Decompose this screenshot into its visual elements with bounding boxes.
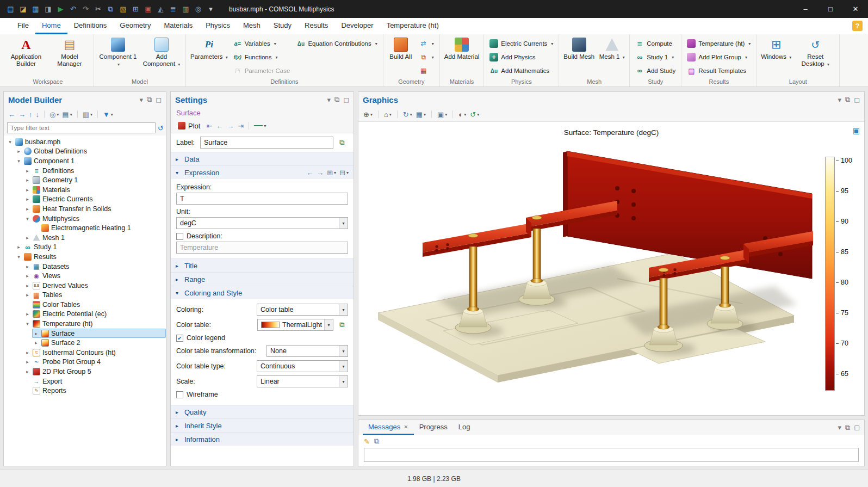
build-mesh-button[interactable]: Build Mesh <box>562 35 596 61</box>
tab-progress[interactable]: Progress <box>414 420 453 435</box>
new-file-icon[interactable]: ▤ <box>4 3 17 15</box>
delete-icon[interactable]: ▣ <box>142 3 154 15</box>
tree-item-reports[interactable]: Reports <box>4 386 166 396</box>
collapse-all-icon[interactable]: ▤▾ <box>62 110 72 119</box>
tree-item-mesh-1[interactable]: ▸Mesh 1 <box>4 233 166 243</box>
ribbon-tab-developer[interactable]: Developer <box>334 18 380 34</box>
expand-icon[interactable]: ▸ <box>33 340 39 346</box>
electric-currents-select[interactable]: Electric Currents▾ <box>487 37 556 50</box>
coloring-select[interactable]: Color table ▾ <box>257 304 348 316</box>
panel-menu-icon[interactable]: ▾ <box>139 96 143 104</box>
clear-messages-icon[interactable]: ✎ <box>364 437 370 446</box>
tree-item-derived-values[interactable]: ▸Derived Values <box>4 281 166 291</box>
section-inherit-style[interactable]: Inherit Style <box>171 418 354 432</box>
panel-float-icon[interactable]: ⧉ <box>147 95 152 104</box>
filter-input[interactable] <box>7 122 156 133</box>
tree-item-multiphysics[interactable]: ▾Multiphysics <box>4 214 166 224</box>
ribbon-tab-file[interactable]: File <box>11 18 35 34</box>
ribbon-tab-mesh[interactable]: Mesh <box>237 18 267 34</box>
tree-item-busbar-mph[interactable]: ▾busbar.mph <box>4 137 166 147</box>
close-button[interactable]: ✕ <box>843 0 868 18</box>
expand-icon[interactable]: ▾ <box>16 158 22 164</box>
plot-last-icon[interactable]: ⇥ <box>238 122 244 130</box>
default-view-icon[interactable]: ⌂▾ <box>384 110 392 119</box>
geometry-import-button[interactable]: ▾ <box>417 37 437 50</box>
section-expression[interactable]: Expression ←→⊞▾⊟▾ <box>171 165 354 179</box>
insert-expression-icon[interactable]: ⊞▾ <box>327 169 336 177</box>
image-export-icon[interactable]: ▣▾ <box>437 110 447 119</box>
color-table-type-select[interactable]: Continuous ▾ <box>257 360 348 372</box>
mesh-1-button[interactable]: Mesh 1 ▾ <box>597 35 627 61</box>
component-1-button[interactable]: Component 1 ▾ <box>97 35 139 68</box>
apply-filter-icon[interactable]: ↺ <box>158 124 164 132</box>
tree-item-electromagnetic-heating-1[interactable]: Electromagnetic Heating 1 <box>4 223 166 233</box>
study-1-button[interactable]: Study 1▾ <box>633 51 678 64</box>
tree-item-materials[interactable]: ▸Materials <box>4 185 166 195</box>
zoom-extents-icon[interactable]: ◎ <box>192 3 204 15</box>
tab-log[interactable]: Log <box>453 420 476 435</box>
show-icon[interactable]: ◎▾ <box>49 110 59 119</box>
ribbon-tab-results[interactable]: Results <box>298 18 334 34</box>
filter-icon[interactable]: ▼▾ <box>103 110 113 119</box>
expand-icon[interactable]: ▸ <box>24 187 30 193</box>
application-builder-button[interactable]: Application Builder <box>5 35 47 68</box>
ribbon-tab-geometry[interactable]: Geometry <box>113 18 157 34</box>
ribbon-tab-definitions[interactable]: Definitions <box>67 18 114 34</box>
panel-float-icon[interactable]: ⧉ <box>845 423 850 432</box>
rotate-view-icon[interactable]: ↻▾ <box>403 110 412 119</box>
tree-item-temperature-ht[interactable]: ▾Temperature (ht) <box>4 319 166 329</box>
ribbon-tab-temperature-ht[interactable]: Temperature (ht) <box>380 18 445 34</box>
expand-icon[interactable]: ▾ <box>16 254 22 260</box>
tree-item-surface-2[interactable]: ▸Surface 2 <box>4 338 166 348</box>
expand-icon[interactable]: ▾ <box>24 216 30 221</box>
line-style-icon[interactable]: ▾ <box>254 124 266 128</box>
add-component-button[interactable]: Add Component ▾ <box>140 35 183 68</box>
expand-icon[interactable]: ▸ <box>24 350 30 355</box>
build-all-button[interactable]: Build All <box>386 35 416 61</box>
copy-messages-icon[interactable]: ⧉ <box>374 437 379 446</box>
graphics-canvas[interactable]: Surface: Temperature (degC) ▣ <box>358 122 864 415</box>
busbar-3d-model[interactable] <box>362 136 840 415</box>
geometry-cleanup-button[interactable] <box>417 64 437 77</box>
unit-select[interactable]: degC ▾ <box>176 217 348 229</box>
maximize-button[interactable]: □ <box>818 0 843 18</box>
reset-desktop-button[interactable]: Reset Desktop ▾ <box>794 35 836 68</box>
expand-icon[interactable]: ▸ <box>24 311 30 317</box>
save-icon[interactable]: ▦ <box>29 3 42 15</box>
parameters-button[interactable]: Parameters ▾ <box>189 35 230 61</box>
windows-button[interactable]: Windows ▾ <box>759 35 793 61</box>
expand-icon[interactable]: ▸ <box>24 264 30 269</box>
run-icon[interactable]: ▶ <box>54 3 67 15</box>
color-theme-icon[interactable]: ◐▾ <box>458 110 466 119</box>
tree-item-component-1[interactable]: ▾Component 1 <box>4 156 166 166</box>
tree-item-definitions[interactable]: ▸Definitions <box>4 166 166 176</box>
expand-icon[interactable]: ▸ <box>33 331 39 336</box>
plot-first-icon[interactable]: ⇤ <box>206 122 212 130</box>
expand-icon[interactable]: ▸ <box>24 283 30 288</box>
add-study-button[interactable]: Add Study <box>633 64 678 77</box>
update-plot-icon[interactable]: ↺▾ <box>470 110 479 119</box>
tree-item-export[interactable]: Export <box>4 377 166 386</box>
expand-icon[interactable]: ▸ <box>24 196 30 202</box>
tree-item-global-definitions[interactable]: ▸Global Definitions <box>4 147 166 157</box>
redo-icon[interactable]: ↷ <box>79 3 92 15</box>
expand-icon[interactable]: ▸ <box>24 369 30 374</box>
messages-output[interactable] <box>364 448 859 462</box>
expand-icon[interactable]: ▾ <box>24 321 30 326</box>
plot-button[interactable]: Plot <box>175 121 203 131</box>
variables-button[interactable]: Variables▾ <box>231 37 293 50</box>
ribbon-tab-study[interactable]: Study <box>267 18 298 34</box>
panel-close-icon[interactable]: ◻ <box>854 423 860 431</box>
expand-icon[interactable]: ▸ <box>24 206 30 212</box>
expand-icon[interactable]: ▾ <box>7 139 13 145</box>
tree-item-views[interactable]: ▸Views <box>4 271 166 281</box>
model-manager-button[interactable]: Model Manager <box>48 35 91 68</box>
plot-previous-icon[interactable]: ← <box>216 122 223 130</box>
tab-messages[interactable]: Messages ✕ <box>363 420 414 435</box>
next-expression-icon[interactable]: → <box>317 169 324 177</box>
add-plot-group-button[interactable]: Add Plot Group▾ <box>684 51 753 64</box>
customize-toolbar-icon[interactable]: ▾ <box>204 3 217 15</box>
panel-menu-icon[interactable]: ▾ <box>838 423 841 431</box>
prev-expression-icon[interactable]: ← <box>306 169 313 177</box>
add-physics-button[interactable]: Add Physics <box>487 51 556 64</box>
